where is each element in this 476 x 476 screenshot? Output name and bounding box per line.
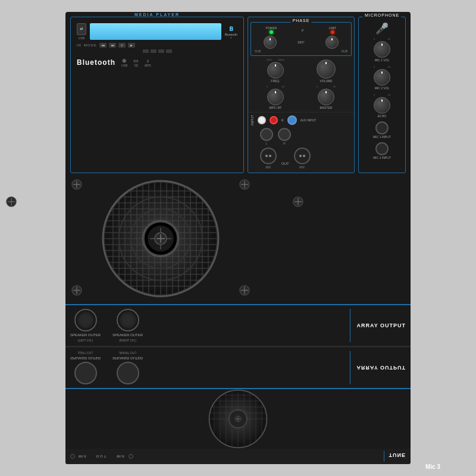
- bottom-speaker-right: SPEAKER OUTER (RIGHT CH.): [112, 351, 143, 384]
- bottom-tune-label-group: TUNE: [384, 451, 406, 462]
- xlr-left-jack[interactable]: [260, 148, 277, 164]
- bottom-speaker-left-label: SPEAKER OUTER: [70, 356, 101, 360]
- aux-jack[interactable]: [287, 115, 297, 125]
- bottom-mix-row: MIX OUT MIX TUNE: [65, 449, 411, 464]
- media-player-row2: IR MODE ⏮ ⏭ ⟳ ▶: [77, 43, 237, 48]
- xlr-dot-4: [303, 155, 305, 157]
- bottom-duplicate: SPEAKER OUTER (LEFT CH.) SPEAKER OUTER (…: [65, 346, 411, 464]
- rca-white-jack[interactable]: [258, 116, 266, 124]
- controls-right-panel: PHASE POWER 0° LIMIT 180: [248, 17, 355, 173]
- zero-label: 0°: [302, 29, 305, 32]
- volume-knob-group: VOLUME: [317, 60, 336, 83]
- right-filler: [256, 173, 411, 304]
- mic1-input-label: MIC 1 INPUT: [373, 135, 391, 139]
- play-button[interactable]: ▶: [128, 43, 135, 48]
- bottom-speaker-left: SPEAKER OUTER (LEFT CH.): [70, 351, 101, 384]
- bottom-mix-label: MIX: [79, 455, 87, 458]
- volume-knob[interactable]: [317, 60, 336, 79]
- bluetooth-symbol: ʙ: [229, 24, 233, 33]
- mic1-input-group: MIC 1 INPUT: [361, 121, 403, 139]
- phase-knobs-row: 180°: [253, 36, 349, 49]
- mic-box: MICROPHONE 🎤 0 10 MIC 1 VOL 0 10 MIC 2: [358, 17, 406, 173]
- rca-red-jack[interactable]: [270, 116, 278, 124]
- limit-knob[interactable]: [325, 36, 339, 49]
- speaker-fan-svg: [101, 179, 220, 298]
- mic2-input-jack[interactable]: [375, 142, 389, 155]
- speaker-outer-left-label: SPEAKER OUTER: [70, 333, 101, 337]
- next-button[interactable]: ⏭: [109, 43, 116, 48]
- mic1-vol-knob[interactable]: [374, 41, 390, 58]
- small-btn-1[interactable]: [143, 49, 149, 53]
- mic2-input-group: MIC 2 INPUT: [361, 142, 403, 159]
- xlr-dot-1: [265, 155, 268, 157]
- bottom-out-label: OUT: [96, 455, 108, 458]
- usb-feature-text: USB: [121, 64, 127, 67]
- small-btn-4[interactable]: [166, 49, 172, 53]
- screw-bl: [71, 285, 82, 298]
- mp3bt-knob[interactable]: [267, 89, 284, 105]
- small-btn-3[interactable]: [158, 49, 164, 53]
- ir-label: IR: [77, 43, 82, 47]
- screw-br: [239, 285, 250, 298]
- left-ch-label: (LEFT CH.): [78, 339, 93, 342]
- bottom-jack-left: [74, 362, 97, 384]
- screw-tl: [71, 179, 82, 192]
- array-jacks: SPEAKER OUTER (LEFT CH.) SPEAKER OUTER (…: [70, 309, 340, 342]
- right-ch-label: (RIGHT CH.): [119, 339, 136, 342]
- mix-left-label: MIX: [266, 165, 271, 169]
- phase-section: PHASE POWER 0° LIMIT 180: [250, 22, 352, 56]
- mp3bt-label: MP3 / BT: [270, 106, 282, 109]
- xlr-right-jack[interactable]: [294, 148, 311, 164]
- sub-label-left: SUB: [255, 49, 261, 53]
- bluetooth-feature-label: Bluetooth: [77, 58, 115, 67]
- bottom-screw-tr: [293, 196, 303, 209]
- usb-port[interactable]: ⇄: [77, 23, 86, 35]
- prev-button[interactable]: ⏮: [99, 43, 107, 48]
- jack-l[interactable]: [260, 128, 273, 141]
- small-btn-2[interactable]: [151, 49, 156, 53]
- speaker-outer-left-jack[interactable]: [74, 309, 97, 331]
- sub-label-right: SUB: [342, 49, 347, 53]
- xlr-dots-right: [299, 155, 305, 157]
- echo-scale: 0 10: [374, 93, 390, 96]
- jack-r[interactable]: [278, 128, 291, 141]
- media-player-row1: ⇄ USB ʙ Bluetooth ®: [77, 23, 237, 40]
- mic2-input-label: MIC 2 INPUT: [373, 156, 391, 159]
- freq-volume-row: 40Hz 160Hz FREQ. VOLUME: [248, 57, 354, 84]
- speaker-outer-right-jack[interactable]: [117, 309, 139, 331]
- input-vert-label: INPUT: [250, 115, 254, 126]
- bottom-left-ch: (LEFT CH.): [78, 351, 93, 355]
- speaker-outer-right-group: SPEAKER OUTER (RIGHT CH.): [112, 309, 143, 342]
- hz40-label: 40Hz: [267, 58, 272, 61]
- bottom-speaker-right-label: SPEAKER OUTER: [112, 356, 143, 360]
- hz160-label: 160Hz: [277, 58, 284, 61]
- limit-label: LIMIT: [329, 26, 337, 30]
- mic2-vol-knob[interactable]: [374, 69, 390, 86]
- sd-feature-icon: ▭ SD: [133, 58, 139, 67]
- media-player-title: MEDIA PLAYER: [131, 12, 183, 17]
- media-player-row3: [77, 49, 237, 53]
- phase-title: PHASE: [291, 18, 312, 23]
- mp3-master-row: 0 10 MP3 / BT 0 10 MASTER: [248, 84, 354, 111]
- master-scale: 0 10: [317, 85, 336, 88]
- bottom-array-label-group: ARRAY OUTPUT: [350, 351, 406, 384]
- mp3bt-knob-group: 0 10 MP3 / BT: [267, 85, 284, 109]
- out-label-center: OUT: [281, 162, 289, 165]
- mp3bt-scale: 0 10: [267, 85, 284, 88]
- sub-knob-left[interactable]: [264, 36, 277, 49]
- freq-knob[interactable]: [267, 62, 284, 79]
- echo-knob[interactable]: [374, 97, 390, 114]
- mic1-input-jack[interactable]: [375, 121, 389, 134]
- master-knob[interactable]: [318, 89, 334, 105]
- mic1-vol-group: 0 10 MIC 1 VOL: [361, 37, 403, 62]
- usb-label: USB: [79, 36, 84, 40]
- repeat-button[interactable]: ⟳: [118, 43, 126, 48]
- xlr-dot-2: [269, 155, 271, 157]
- bottom-jack-right: [117, 362, 139, 384]
- phase-row: POWER 0° LIMIT: [253, 26, 349, 34]
- zero-indicator: 0°: [302, 29, 305, 32]
- xlr-mix-left: MIX: [260, 148, 277, 169]
- array-output-row: SPEAKER OUTER (LEFT CH.) SPEAKER OUTER (…: [65, 304, 411, 346]
- mp3-feature-icon: ♪ MP3: [145, 58, 151, 67]
- limit-led: [331, 30, 334, 34]
